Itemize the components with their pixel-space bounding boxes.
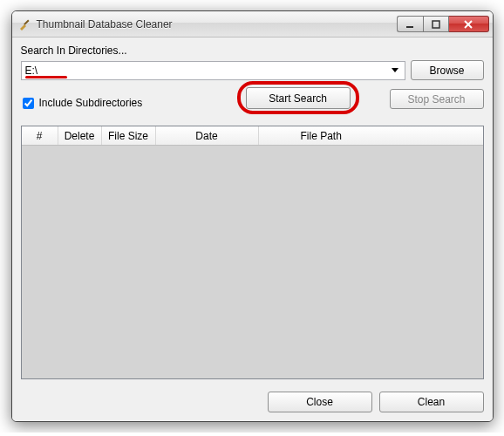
svg-rect-1 — [406, 26, 413, 28]
column-filesize[interactable]: File Size — [102, 126, 156, 145]
browse-button[interactable]: Browse — [411, 60, 484, 80]
close-button[interactable]: Close — [268, 392, 372, 412]
close-window-button[interactable] — [449, 16, 489, 32]
include-subdirs-input[interactable] — [23, 98, 34, 109]
app-window: Thumbnail Database Cleaner Search In Dir… — [11, 10, 494, 422]
column-delete[interactable]: Delete — [58, 126, 102, 145]
bottom-buttons: Close Clean — [21, 379, 484, 412]
start-search-button[interactable]: Start Search — [246, 87, 351, 109]
window-title: Thumbnail Database Cleaner — [37, 18, 397, 31]
broom-icon — [17, 17, 31, 31]
column-filepath[interactable]: File Path — [259, 126, 483, 145]
title-bar[interactable]: Thumbnail Database Cleaner — [12, 11, 493, 37]
start-search-wrap: Start Search — [246, 87, 351, 109]
listview-header: # Delete File Size Date File Path — [22, 126, 483, 146]
search-label: Search In Directories... — [21, 44, 484, 57]
directory-combo[interactable]: E:\ — [21, 61, 405, 80]
annotation-underline — [25, 76, 67, 78]
results-listview[interactable]: # Delete File Size Date File Path — [21, 126, 484, 379]
minimize-icon — [405, 20, 414, 29]
path-row: E:\ Browse — [21, 60, 484, 80]
directory-value: E:\ — [25, 65, 389, 77]
maximize-button[interactable] — [423, 16, 449, 32]
window-controls — [397, 16, 489, 32]
include-subdirs-checkbox[interactable]: Include Subdirectories — [23, 97, 143, 109]
maximize-icon — [432, 20, 440, 29]
chevron-down-icon[interactable] — [389, 62, 401, 79]
minimize-button[interactable] — [397, 16, 423, 32]
svg-rect-2 — [432, 21, 439, 28]
stop-search-button[interactable]: Stop Search — [390, 89, 484, 109]
close-icon — [463, 20, 473, 29]
stop-search-wrap: Stop Search — [390, 89, 484, 109]
svg-rect-0 — [24, 19, 29, 24]
client-area: Search In Directories... E:\ Browse Incl… — [12, 37, 493, 421]
column-number[interactable]: # — [22, 126, 58, 145]
column-date[interactable]: Date — [156, 126, 259, 145]
options-row: Include Subdirectories Start Search Stop… — [21, 89, 484, 117]
include-subdirs-label: Include Subdirectories — [39, 97, 143, 109]
clean-button[interactable]: Clean — [379, 392, 484, 412]
listview-body[interactable] — [22, 146, 483, 378]
